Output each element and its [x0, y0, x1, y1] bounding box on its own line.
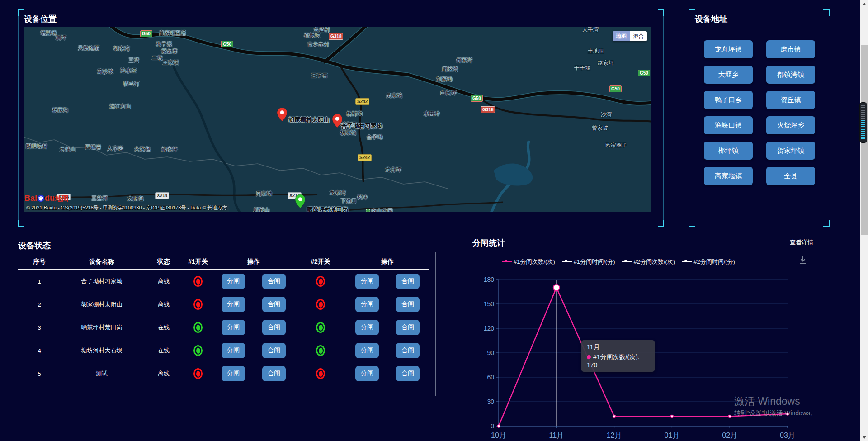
svg-text:03月: 03月: [780, 432, 795, 439]
address-button[interactable]: 资丘镇: [766, 91, 815, 109]
address-button[interactable]: 贺家坪镇: [766, 142, 815, 160]
cell-status: 在线: [143, 346, 184, 355]
close-switch-button[interactable]: 合闸: [396, 320, 420, 335]
scrollbar-down-arrow[interactable]: [860, 433, 868, 441]
open-switch-button[interactable]: 分闸: [355, 297, 379, 312]
cell-switch-1: [184, 368, 212, 379]
cell-switch-1: [184, 345, 212, 356]
road-badge-g50: G50: [638, 70, 650, 76]
windows-watermark-line2: 转到“设置”以激活 Windows。: [734, 409, 816, 417]
close-switch-button[interactable]: 合闸: [262, 274, 286, 289]
road-badge-g50: G50: [140, 30, 152, 37]
cell-switch-1: [184, 276, 212, 287]
page-scrollbar[interactable]: [860, 0, 868, 441]
road-badge-g318: G318: [329, 33, 343, 40]
map-place-label: 人字岩: [107, 146, 123, 152]
cell-status: 离线: [143, 300, 184, 308]
map-place-label: 合子坳: [367, 134, 383, 140]
open-switch-button[interactable]: 分闸: [222, 320, 245, 335]
open-switch-button[interactable]: 分闸: [222, 366, 245, 381]
cell-device-name: 胡家棚村太阳山: [61, 300, 143, 308]
tooltip-series-dot: [587, 355, 591, 359]
close-switch-button[interactable]: 合闸: [396, 274, 420, 289]
cell-switch-2: [296, 276, 345, 287]
open-switch-button[interactable]: 分闸: [222, 343, 245, 358]
map-pin[interactable]: [332, 114, 342, 128]
road-badge-g50: G50: [471, 95, 483, 102]
table-row: 3晒鼓坪村荒田岗在线分闸合闸分闸合闸: [18, 316, 429, 339]
open-switch-button[interactable]: 分闸: [222, 297, 245, 312]
map-place-label: 吴家垴: [386, 93, 402, 99]
switch-indicator-green: [193, 322, 203, 333]
scrollbar-up-arrow[interactable]: [860, 0, 868, 8]
open-switch-button[interactable]: 分闸: [355, 320, 379, 335]
baidu-logo-text: Bai: [24, 194, 37, 203]
indicator-stripes-gray: [861, 105, 865, 119]
cell-switch-2: [296, 322, 345, 333]
address-button[interactable]: 全县: [766, 167, 815, 185]
cell-device-name: 测试: [61, 370, 143, 378]
cell-status: 离线: [143, 277, 184, 285]
address-button[interactable]: 榔坪镇: [704, 142, 753, 160]
map-place-label: 腊马河: [123, 81, 139, 87]
road-badge-g318: G318: [481, 106, 495, 113]
table-header-cell: 设备名称: [61, 258, 143, 266]
open-switch-button[interactable]: 分闸: [222, 274, 245, 289]
switch-indicator-red: [193, 299, 203, 310]
address-button[interactable]: 鸭子口乡: [704, 91, 753, 109]
close-switch-button[interactable]: 合闸: [396, 297, 420, 312]
map-place-label: 二墩: [152, 55, 163, 61]
indicator-core: [196, 348, 200, 354]
indicator-core: [319, 279, 323, 285]
close-switch-button[interactable]: 合闸: [262, 320, 286, 335]
indicator-core: [319, 302, 323, 308]
svg-text:02月: 02月: [722, 432, 737, 439]
map-toggle-hybrid[interactable]: 混合: [630, 31, 647, 41]
map-place-label: 杨家淌: [340, 130, 356, 136]
open-switch-button[interactable]: 分闸: [355, 366, 379, 381]
cell-no: 2: [18, 301, 61, 308]
address-button[interactable]: 大堰乡: [704, 66, 753, 84]
cell-operations-1: 分闸合闸: [212, 274, 296, 289]
cell-switch-1: [184, 299, 212, 310]
device-location-panel: 设备位置 笔架槽洞坪天: [18, 10, 664, 226]
address-button[interactable]: 龙舟坪镇: [704, 40, 753, 58]
switch-indicator-red: [316, 299, 325, 310]
map-toggle-map[interactable]: 地图: [613, 31, 630, 41]
cell-operations-2: 分闸合闸: [345, 343, 429, 358]
address-button[interactable]: 都镇湾镇: [766, 66, 815, 84]
svg-text:150: 150: [484, 300, 495, 308]
table-row: 1合子坳村习家坳离线分闸合闸分闸合闸: [18, 270, 429, 293]
map-place-label: 长冲: [357, 194, 368, 200]
cell-no: 5: [18, 370, 61, 377]
address-button[interactable]: 渔峡口镇: [704, 116, 753, 134]
map-place-label: 曾家坡: [592, 125, 608, 131]
close-switch-button[interactable]: 合闸: [396, 366, 420, 381]
address-button[interactable]: 火烧坪乡: [766, 116, 815, 134]
open-switch-button[interactable]: 分闸: [355, 343, 379, 358]
indicator-core: [319, 371, 323, 377]
close-switch-button[interactable]: 合闸: [262, 297, 286, 312]
svg-text:180: 180: [484, 276, 495, 283]
device-address-panel: 设备地址 龙舟坪镇磨市镇大堰乡都镇湾镇鸭子口乡资丘镇渔峡口镇火烧坪乡榔坪镇贺家坪…: [689, 10, 829, 226]
cell-device-name: 塘坊河村大石坝: [61, 346, 143, 355]
baidu-logo-map-word: 地图: [55, 194, 69, 202]
map-place-label: 清江方山: [109, 104, 131, 109]
close-switch-button[interactable]: 合闸: [262, 366, 286, 381]
baidu-logo: Baidu地图: [24, 193, 69, 204]
address-button[interactable]: 高家堰镇: [704, 167, 753, 185]
corner-bracket: [689, 9, 695, 16]
map-place-label: 阴阳坡村: [26, 143, 47, 149]
map-pin[interactable]: [295, 194, 305, 208]
open-switch-button[interactable]: 分闸: [355, 274, 379, 289]
table-row: 5测试离线分闸合闸分闸合闸: [18, 362, 429, 385]
close-switch-button[interactable]: 合闸: [262, 343, 286, 358]
scroll-indicator-widget: [859, 102, 867, 143]
close-switch-button[interactable]: 合闸: [396, 343, 420, 358]
cell-switch-2: [296, 299, 345, 310]
address-button-grid: 龙舟坪镇磨市镇大堰乡都镇湾镇鸭子口乡资丘镇渔峡口镇火烧坪乡榔坪镇贺家坪镇高家堰镇…: [704, 40, 815, 185]
baidu-map[interactable]: 笔架槽洞坪天鹅抱蛋胡家湾三湾流沙坡沁水垭腊马河王家溪梅子溪紫金寨二墩高家堰互通金…: [24, 27, 651, 212]
address-button[interactable]: 磨市镇: [766, 40, 815, 58]
switch-indicator-green: [193, 345, 203, 356]
map-pin[interactable]: [277, 108, 287, 121]
